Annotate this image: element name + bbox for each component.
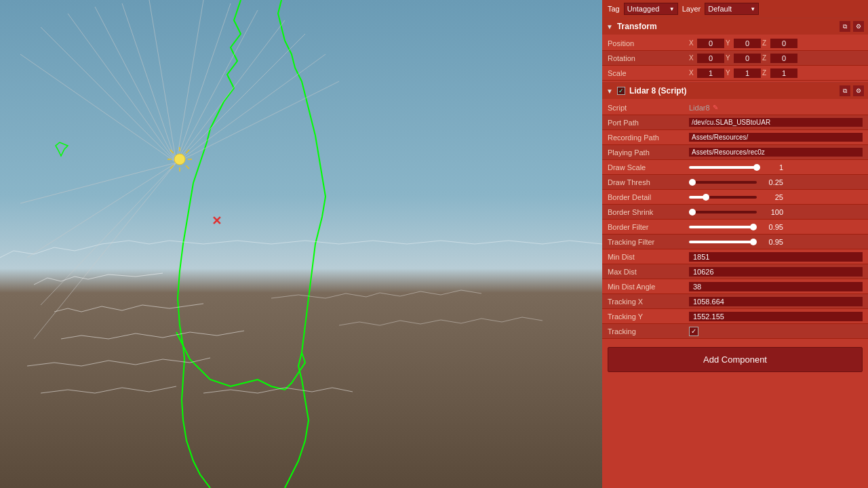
lidar-title: Lidar 8 (Script) (629, 86, 835, 96)
transform-settings-icon[interactable]: ⚙ (853, 21, 864, 32)
lidar-icons: ⧉ ⚙ (840, 85, 864, 96)
border-shrink-label: Border Shrink (608, 208, 689, 216)
add-component-button[interactable]: Add Component (608, 347, 863, 372)
script-edit-icon[interactable]: ✎ (713, 104, 718, 111)
border-filter-slider[interactable]: 0.95 (689, 223, 863, 231)
min-dist-angle-label: Min Dist Angle (608, 283, 689, 291)
tracking-y-value[interactable]: 1552.155 (689, 312, 863, 321)
svg-line-4 (122, 3, 176, 163)
pos-x-val[interactable]: 0 (697, 39, 724, 48)
tracking-checkbox[interactable]: ✓ (689, 327, 698, 336)
tracking-x-label: Tracking X (608, 298, 689, 306)
max-dist-value[interactable]: 10626 (689, 267, 863, 277)
tracking-x-row: Tracking X 1058.664 (602, 294, 868, 309)
pos-y-val[interactable]: 0 (734, 39, 761, 48)
rot-x-item: X 0 (689, 54, 724, 63)
border-detail-row: Border Detail 25 (602, 190, 868, 205)
lidar-settings-icon[interactable]: ⚙ (853, 85, 864, 96)
svg-line-12 (176, 81, 339, 163)
position-label: Position (608, 39, 689, 47)
draw-scale-thumb[interactable] (753, 164, 760, 171)
rotation-xyz: X 0 Y 0 Z 0 (689, 54, 863, 63)
tracking-row: Tracking ✓ (602, 324, 868, 339)
lidar-section-header[interactable]: ▼ ✓ Lidar 8 (Script) ⧉ ⚙ (602, 83, 868, 99)
border-shrink-track (689, 211, 757, 214)
tag-layer-row: Tag Untagged ▼ Layer Default ▼ (602, 0, 868, 18)
tracking-filter-thumb[interactable] (750, 239, 757, 245)
pos-y-item: Y 0 (726, 39, 761, 48)
port-path-value[interactable]: /dev/cu.SLAB_USBtoUAR (689, 118, 863, 127)
pos-z-val[interactable]: 0 (770, 39, 797, 48)
min-dist-value[interactable]: 1851 (689, 252, 863, 262)
draw-thresh-slider[interactable]: 0.25 (689, 178, 863, 186)
rot-y-val[interactable]: 0 (734, 54, 761, 63)
draw-scale-track (689, 166, 757, 169)
svg-line-13 (20, 163, 176, 203)
draw-thresh-track (689, 181, 757, 184)
tracking-filter-value: 0.95 (760, 238, 783, 246)
min-dist-label: Min Dist (608, 253, 689, 261)
scale-x-val[interactable]: 1 (697, 68, 724, 78)
lidar-checkbox[interactable]: ✓ (617, 87, 625, 95)
recording-path-value[interactable]: Assets/Resources/ (689, 133, 863, 142)
svg-line-2 (68, 14, 176, 163)
svg-line-15 (41, 163, 176, 305)
draw-scale-slider[interactable]: 1 (689, 163, 863, 171)
draw-thresh-thumb[interactable] (689, 179, 696, 186)
draw-thresh-value: 0.25 (760, 178, 783, 186)
script-value-container: Lidar8 ✎ (689, 104, 863, 112)
scale-z-val[interactable]: 1 (770, 68, 797, 78)
layer-label: Layer (682, 5, 701, 13)
svg-line-22 (170, 150, 174, 153)
scene-viewport[interactable]: ✕ (0, 0, 602, 488)
border-shrink-row: Border Shrink 100 (602, 205, 868, 220)
svg-line-8 (176, 10, 258, 163)
transform-section: ▼ Transform ⧉ ⚙ Position X 0 Y 0 (602, 18, 868, 82)
svg-line-23 (186, 165, 189, 169)
rot-x-val[interactable]: 0 (697, 54, 724, 63)
playing-path-value[interactable]: Assets/Resources/rec0z (689, 148, 863, 157)
scale-y-item: Y 1 (726, 68, 761, 78)
rot-z-val[interactable]: 0 (770, 54, 797, 63)
tracking-x-value[interactable]: 1058.664 (689, 297, 863, 306)
tracking-filter-fill (689, 241, 753, 243)
border-detail-track (689, 196, 757, 199)
pos-z-item: Z 0 (762, 39, 797, 48)
lidar-section: ▼ ✓ Lidar 8 (Script) ⧉ ⚙ Script Lidar8 ✎ (602, 82, 868, 340)
lidar-copy-icon[interactable]: ⧉ (840, 85, 850, 96)
border-shrink-thumb[interactable] (689, 209, 696, 216)
svg-line-6 (176, 0, 203, 163)
border-filter-fill (689, 226, 753, 228)
min-dist-row: Min Dist 1851 (602, 249, 868, 264)
lidar-collapse-arrow: ▼ (606, 87, 613, 95)
svg-line-24 (186, 150, 189, 153)
svg-line-14 (27, 163, 176, 258)
tracking-filter-slider[interactable]: 0.95 (689, 238, 863, 246)
tag-dropdown[interactable]: Untagged ▼ (624, 3, 678, 15)
tracking-y-label: Tracking Y (608, 312, 689, 321)
inspector-panel: Tag Untagged ▼ Layer Default ▼ ▼ Transfo… (602, 0, 868, 488)
rotation-label: Rotation (608, 54, 689, 62)
draw-scale-value: 1 (760, 163, 783, 171)
border-shrink-slider[interactable]: 100 (689, 208, 863, 216)
transform-copy-icon[interactable]: ⧉ (840, 21, 850, 32)
border-detail-slider[interactable]: 25 (689, 193, 863, 201)
scale-y-val[interactable]: 1 (734, 68, 761, 78)
transform-section-header[interactable]: ▼ Transform ⧉ ⚙ (602, 18, 868, 35)
border-shrink-value: 100 (760, 208, 783, 216)
recording-path-label: Recording Path (608, 134, 689, 142)
tag-label: Tag (608, 5, 620, 13)
sun-icon (166, 146, 193, 173)
scale-row: Scale X 1 Y 1 Z 1 (602, 66, 868, 81)
border-detail-thumb[interactable] (703, 194, 709, 201)
layer-dropdown[interactable]: Default ▼ (705, 3, 759, 15)
svg-point-17 (174, 154, 185, 165)
border-filter-thumb[interactable] (750, 224, 757, 230)
scale-x-item: X 1 (689, 68, 724, 78)
script-value: Lidar8 (689, 104, 710, 112)
scale-z-item: Z 1 (762, 68, 797, 78)
min-dist-angle-value[interactable]: 38 (689, 282, 863, 291)
lidar-enable-check: ✓ (617, 87, 625, 95)
min-dist-angle-row: Min Dist Angle 38 (602, 279, 868, 294)
tracking-y-row: Tracking Y 1552.155 (602, 309, 868, 324)
